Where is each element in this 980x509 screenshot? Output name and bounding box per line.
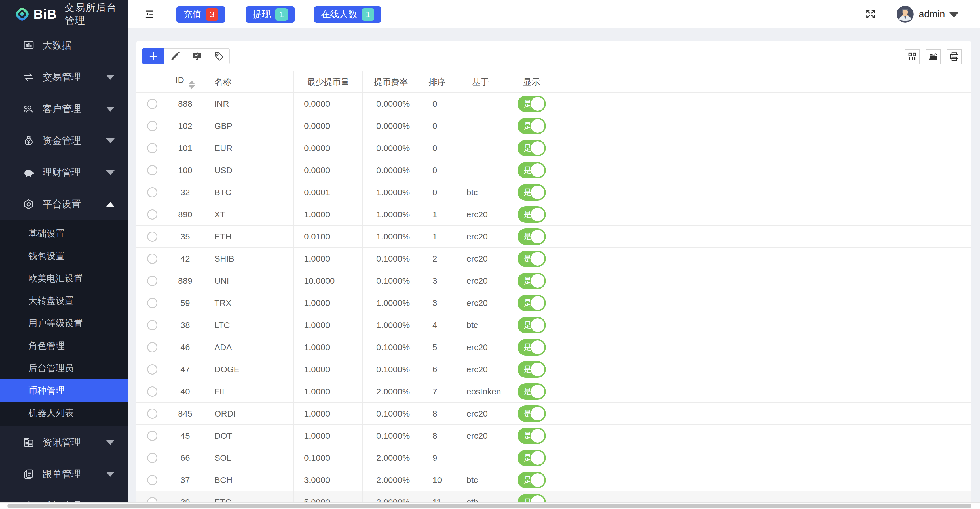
cell-min-withdraw: 3.0000 bbox=[294, 469, 363, 491]
sidebar-item-跟单管理[interactable]: 跟单管理 bbox=[0, 458, 127, 490]
sidebar-item-资讯管理[interactable]: 资讯管理 bbox=[0, 426, 127, 458]
sidebar-item-平台设置[interactable]: 平台设置 bbox=[0, 188, 127, 220]
sidebar-item-币种管理[interactable]: 币种管理 bbox=[0, 379, 127, 402]
row-select-cell bbox=[137, 159, 168, 181]
avatar[interactable] bbox=[897, 6, 914, 23]
sidebar-item-基础设置[interactable]: 基础设置 bbox=[0, 222, 127, 245]
row-radio[interactable] bbox=[147, 209, 158, 220]
app-logo-icon bbox=[15, 7, 30, 22]
toggle-label: 是 bbox=[524, 231, 532, 242]
show-toggle[interactable]: 是 bbox=[517, 184, 546, 201]
horizontal-scrollbar[interactable] bbox=[0, 503, 980, 509]
cell-fee: 0.1000% bbox=[363, 403, 419, 425]
sidebar-item-欧美电汇设置[interactable]: 欧美电汇设置 bbox=[0, 267, 127, 290]
cell-sort: 0 bbox=[419, 93, 455, 115]
row-radio[interactable] bbox=[147, 298, 158, 308]
row-radio[interactable] bbox=[147, 276, 158, 286]
table-row: 888INR0.00000.0000%0是 bbox=[137, 93, 972, 115]
show-toggle[interactable]: 是 bbox=[517, 140, 546, 156]
row-radio[interactable] bbox=[147, 320, 158, 330]
row-radio[interactable] bbox=[147, 386, 158, 397]
row-radio[interactable] bbox=[147, 165, 158, 176]
scrollbar-thumb[interactable] bbox=[7, 504, 972, 508]
sidebar-item-用户等级设置[interactable]: 用户等级设置 bbox=[0, 312, 127, 335]
row-radio[interactable] bbox=[147, 99, 158, 109]
sort-icon[interactable] bbox=[189, 81, 195, 89]
sidebar-item-交易管理[interactable]: 交易管理 bbox=[0, 61, 127, 93]
row-radio[interactable] bbox=[147, 342, 158, 353]
columns-button[interactable] bbox=[905, 49, 920, 64]
show-toggle[interactable]: 是 bbox=[517, 361, 546, 378]
cell-show: 是 bbox=[506, 203, 557, 225]
sidebar-item-理财管理[interactable]: 理财管理 bbox=[0, 156, 127, 188]
cell-filler bbox=[557, 336, 972, 358]
row-radio[interactable] bbox=[147, 231, 158, 242]
row-radio[interactable] bbox=[147, 364, 158, 375]
add-button[interactable] bbox=[142, 48, 164, 64]
chart-board-button[interactable] bbox=[186, 48, 208, 64]
sidebar-item-机器人列表[interactable]: 机器人列表 bbox=[0, 402, 127, 424]
show-toggle[interactable]: 是 bbox=[517, 96, 546, 112]
row-radio[interactable] bbox=[147, 408, 158, 419]
show-toggle[interactable]: 是 bbox=[517, 450, 546, 466]
show-toggle[interactable]: 是 bbox=[517, 339, 546, 356]
row-radio[interactable] bbox=[147, 254, 158, 264]
row-radio[interactable] bbox=[147, 453, 158, 463]
sidebar-item-钱包设置[interactable]: 钱包设置 bbox=[0, 245, 127, 267]
column-header-empty bbox=[557, 72, 972, 93]
row-radio[interactable] bbox=[147, 121, 158, 131]
sidebar-item-客户管理[interactable]: 客户管理 bbox=[0, 93, 127, 125]
sidebar-item-大转盘设置[interactable]: 大转盘设置 bbox=[0, 290, 127, 312]
sidebar-item-label: 后台管理员 bbox=[29, 362, 115, 375]
sidebar-item-矿机管理[interactable]: 矿机管理 bbox=[0, 490, 127, 503]
row-select-cell bbox=[137, 425, 168, 447]
tag-button[interactable] bbox=[208, 48, 230, 64]
sidebar-item-后台管理员[interactable]: 后台管理员 bbox=[0, 357, 127, 379]
show-toggle[interactable]: 是 bbox=[517, 162, 546, 179]
cell-min-withdraw: 1.0000 bbox=[294, 380, 363, 403]
stat-button-充值[interactable]: 充值3 bbox=[177, 6, 225, 23]
show-toggle[interactable]: 是 bbox=[517, 118, 546, 134]
piggy-bank-icon bbox=[23, 166, 35, 179]
show-toggle[interactable]: 是 bbox=[517, 405, 546, 422]
cell-name: XT bbox=[202, 203, 294, 225]
table-row: 32BTC0.00011.0000%0btc是 bbox=[137, 181, 972, 203]
cell-id: 102 bbox=[168, 115, 202, 137]
show-toggle[interactable]: 是 bbox=[517, 251, 546, 267]
sidebar-item-大数据[interactable]: 大数据 bbox=[0, 30, 127, 61]
show-toggle[interactable]: 是 bbox=[517, 317, 546, 333]
cell-base bbox=[455, 447, 506, 469]
cell-min-withdraw: 0.0000 bbox=[294, 137, 363, 159]
column-header-label: 基于 bbox=[472, 77, 489, 86]
sidebar-item-资金管理[interactable]: 资金管理 bbox=[0, 125, 127, 156]
toggle-label: 是 bbox=[524, 431, 532, 441]
row-radio[interactable] bbox=[147, 475, 158, 485]
show-toggle[interactable]: 是 bbox=[517, 472, 546, 488]
fullscreen-icon[interactable] bbox=[865, 8, 876, 20]
show-toggle[interactable]: 是 bbox=[517, 273, 546, 289]
column-header-ID[interactable]: ID bbox=[168, 72, 202, 93]
show-toggle[interactable]: 是 bbox=[517, 206, 546, 223]
user-caret-down-icon[interactable] bbox=[950, 13, 958, 18]
show-toggle[interactable]: 是 bbox=[517, 228, 546, 245]
table-row: 38LTC1.00001.0000%4btc是 bbox=[137, 314, 972, 336]
row-radio[interactable] bbox=[147, 143, 158, 153]
show-toggle[interactable]: 是 bbox=[517, 295, 546, 311]
circle-gear-icon bbox=[23, 500, 35, 503]
show-toggle[interactable]: 是 bbox=[517, 428, 546, 444]
edit-button[interactable] bbox=[164, 48, 186, 64]
row-radio[interactable] bbox=[147, 187, 158, 198]
row-radio[interactable] bbox=[147, 431, 158, 441]
menu-fold-icon[interactable] bbox=[144, 8, 155, 20]
stat-button-在线人数[interactable]: 在线人数1 bbox=[314, 6, 381, 23]
cell-name: ETH bbox=[202, 225, 294, 248]
stat-button-提现[interactable]: 提现1 bbox=[246, 6, 294, 23]
caret-down-icon bbox=[106, 170, 115, 175]
export-button[interactable] bbox=[926, 49, 941, 64]
show-toggle[interactable]: 是 bbox=[517, 383, 546, 400]
cell-fee: 1.0000% bbox=[363, 181, 419, 203]
sidebar-item-角色管理[interactable]: 角色管理 bbox=[0, 335, 127, 357]
toggle-knob bbox=[531, 340, 544, 354]
print-button[interactable] bbox=[947, 49, 962, 64]
user-name[interactable]: admin bbox=[919, 8, 945, 19]
